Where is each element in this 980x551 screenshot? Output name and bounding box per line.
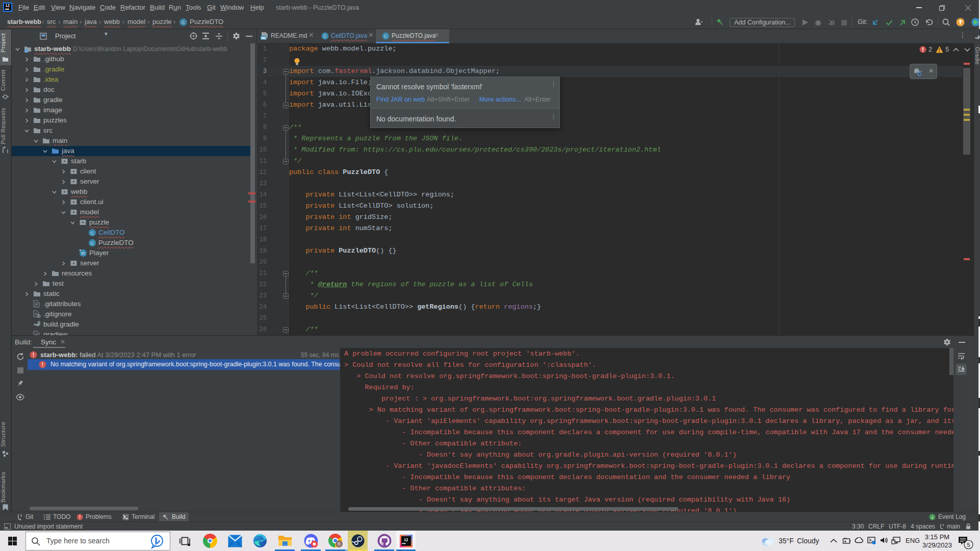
svg-text:C: C (91, 230, 94, 236)
svg-text:C: C (384, 34, 388, 39)
svg-text:5: 5 (967, 542, 970, 548)
svg-text:1: 1 (931, 515, 934, 520)
svg-text:MD: MD (261, 36, 266, 40)
svg-text:C: C (91, 240, 94, 246)
svg-text:C: C (323, 34, 327, 39)
svg-text:IJ: IJ (404, 537, 408, 542)
svg-text:C: C (182, 20, 185, 25)
svg-text:R: R (82, 251, 85, 256)
